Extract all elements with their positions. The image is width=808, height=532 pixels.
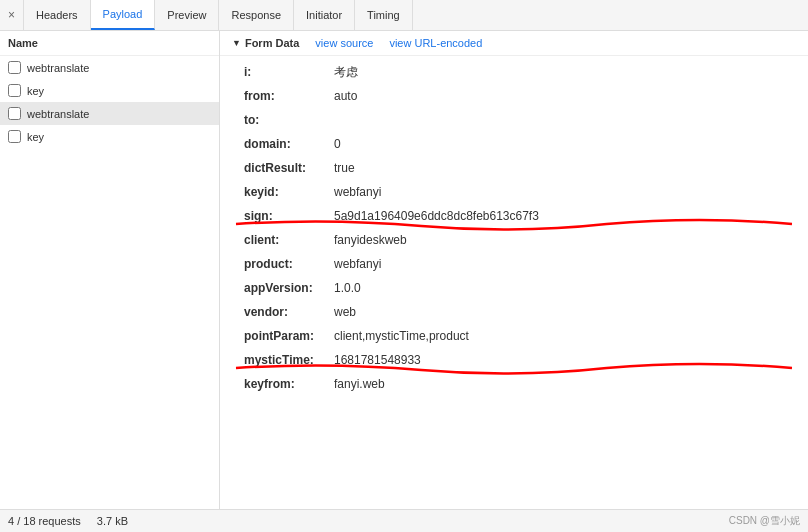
sidebar-header: Name [0,31,219,56]
form-key-keyfrom: keyfrom: [244,375,334,393]
sidebar-checkbox-3[interactable] [8,130,21,143]
form-value-keyfrom: fanyi.web [334,375,385,393]
form-row-client: client: fanyideskweb [220,228,808,252]
form-key-pointparam: pointParam: [244,327,334,345]
tab-response[interactable]: Response [219,0,294,30]
tab-bar: × Headers Payload Preview Response Initi… [0,0,808,31]
form-key-keyid: keyid: [244,183,334,201]
main-content: Name webtranslate key webtranslate key ▼… [0,31,808,509]
tab-close-button[interactable]: × [0,0,24,30]
form-key-domain: domain: [244,135,334,153]
sidebar-item-2[interactable]: webtranslate [0,102,219,125]
sidebar-item-0[interactable]: webtranslate [0,56,219,79]
form-value-dictresult: true [334,159,355,177]
form-key-i: i: [244,63,334,81]
view-source-link[interactable]: view source [315,37,373,49]
form-row-from: from: auto [220,84,808,108]
form-key-product: product: [244,255,334,273]
form-value-sign: 5a9d1a196409e6ddc8dc8feb613c67f3 [334,207,539,225]
form-data-content: i: 考虑 from: auto to: domain: 0 dictResul… [220,56,808,509]
form-row-keyfrom: keyfrom: fanyi.web [220,372,808,396]
sidebar-item-label-0: webtranslate [27,62,89,74]
form-key-sign: sign: [244,207,334,225]
tab-initiator[interactable]: Initiator [294,0,355,30]
form-key-vendor: vendor: [244,303,334,321]
sidebar-item-label-1: key [27,85,44,97]
form-value-pointparam: client,mysticTime,product [334,327,469,345]
form-data-title: ▼ Form Data [232,37,299,49]
form-row-pointparam: pointParam: client,mysticTime,product [220,324,808,348]
form-value-appversion: 1.0.0 [334,279,361,297]
watermark: CSDN @雪小妮 [729,514,800,528]
sub-header: ▼ Form Data view source view URL-encoded [220,31,808,56]
close-icon: × [8,8,15,22]
form-row-appversion: appVersion: 1.0.0 [220,276,808,300]
form-key-client: client: [244,231,334,249]
sidebar-item-label-2: webtranslate [27,108,89,120]
sidebar-checkbox-0[interactable] [8,61,21,74]
tab-headers[interactable]: Headers [24,0,91,30]
form-key-dictresult: dictResult: [244,159,334,177]
form-value-vendor: web [334,303,356,321]
form-value-domain: 0 [334,135,341,153]
view-url-encoded-link[interactable]: view URL-encoded [389,37,482,49]
form-key-appversion: appVersion: [244,279,334,297]
form-value-keyid: webfanyi [334,183,381,201]
form-row-product: product: webfanyi [220,252,808,276]
form-key-to: to: [244,111,334,129]
tab-payload[interactable]: Payload [91,0,156,30]
form-row-keyid: keyid: webfanyi [220,180,808,204]
form-value-product: webfanyi [334,255,381,273]
form-value-from: auto [334,87,357,105]
sidebar: Name webtranslate key webtranslate key [0,31,220,509]
request-count: 4 / 18 requests [8,515,81,527]
form-row-sign: sign: 5a9d1a196409e6ddc8dc8feb613c67f3 [220,204,808,228]
sidebar-checkbox-2[interactable] [8,107,21,120]
form-row-to: to: [220,108,808,132]
tab-preview[interactable]: Preview [155,0,219,30]
status-bar: 4 / 18 requests 3.7 kB CSDN @雪小妮 [0,509,808,532]
form-value-i: 考虑 [334,63,358,81]
sidebar-checkbox-1[interactable] [8,84,21,97]
sidebar-item-1[interactable]: key [0,79,219,102]
form-value-client: fanyideskweb [334,231,407,249]
sidebar-item-label-3: key [27,131,44,143]
right-panel: ▼ Form Data view source view URL-encoded… [220,31,808,509]
sidebar-item-3[interactable]: key [0,125,219,148]
form-row-dictresult: dictResult: true [220,156,808,180]
form-row-i: i: 考虑 [220,60,808,84]
tab-timing[interactable]: Timing [355,0,413,30]
triangle-icon: ▼ [232,38,241,48]
form-key-from: from: [244,87,334,105]
form-row-domain: domain: 0 [220,132,808,156]
transfer-size: 3.7 kB [97,515,128,527]
form-row-vendor: vendor: web [220,300,808,324]
form-row-mystictime: mysticTime: 1681781548933 [220,348,808,372]
